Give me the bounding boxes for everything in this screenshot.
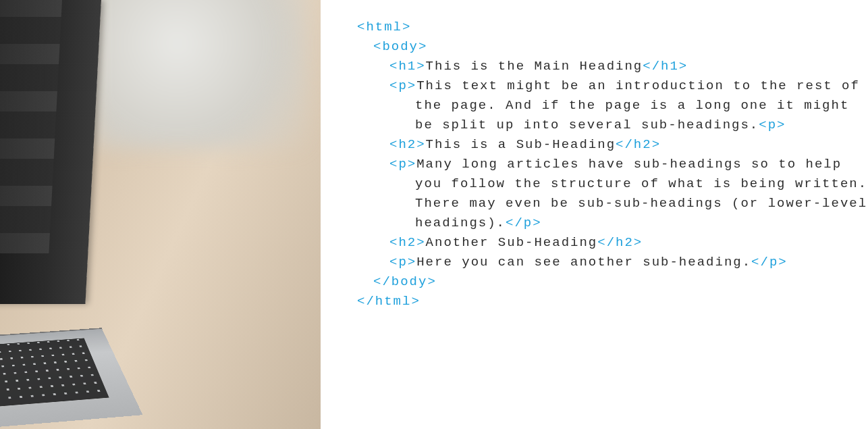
code-line: <h1>This is the Main Heading</h1> (357, 57, 867, 76)
code-line: headings).</p> (357, 213, 867, 233)
code-tag: </p> (751, 255, 788, 270)
decorative-laptop-image (0, 0, 321, 429)
code-text: headings). (415, 216, 506, 230)
laptop-screen (0, 0, 101, 304)
code-tag: <p> (759, 118, 786, 132)
code-tag: </h2> (616, 137, 661, 152)
code-line: </html> (357, 292, 867, 311)
code-snippet: <html><body><h1>This is the Main Heading… (321, 0, 868, 429)
code-line: </body> (357, 272, 867, 292)
laptop-keyboard (0, 328, 143, 429)
code-tag: </html> (357, 294, 421, 309)
code-text: be split up into several sub-headings. (415, 118, 759, 132)
code-text: you follow the structure of what is bein… (415, 176, 867, 191)
code-tag: <h2> (389, 235, 426, 250)
code-text: This text might be an introduction to th… (416, 78, 860, 93)
code-line: <body> (357, 37, 867, 57)
code-tag: </h2> (597, 235, 643, 250)
code-text: This is a Sub-Heading (426, 137, 616, 152)
code-text: Many long articles have sub-headings so … (416, 157, 842, 172)
code-tag: </body> (373, 274, 437, 289)
code-line: <p>Many long articles have sub-headings … (357, 155, 867, 174)
code-text: This is the Main Heading (426, 59, 643, 74)
code-line: <html> (357, 18, 867, 37)
code-line: <h2>Another Sub-Heading</h2> (357, 233, 867, 253)
code-tag: <body> (373, 39, 427, 54)
code-line: There may even be sub-sub-headings (or l… (357, 194, 867, 213)
code-line: be split up into several sub-headings.<p… (357, 116, 867, 135)
code-tag: <h1> (389, 59, 426, 74)
code-tag: <p> (389, 78, 416, 93)
code-tag: <html> (357, 20, 411, 34)
code-tag: <h2> (389, 137, 426, 152)
code-line: <h2>This is a Sub-Heading</h2> (357, 135, 867, 155)
code-line: <p>This text might be an introduction to… (357, 76, 867, 96)
code-line: you follow the structure of what is bein… (357, 174, 867, 194)
code-tag: <p> (389, 255, 416, 270)
code-text: Another Sub-Heading (426, 235, 598, 250)
background-blur (91, 0, 307, 149)
code-text: There may even be sub-sub-headings (or l… (415, 196, 867, 211)
code-line: <p>Here you can see another sub-heading.… (357, 253, 867, 272)
code-text: Here you can see another sub-heading. (416, 255, 751, 270)
code-text: the page. And if the page is a long one … (415, 98, 849, 113)
code-tag: <p> (389, 157, 416, 172)
code-tag: </h1> (643, 59, 688, 74)
code-line: the page. And if the page is a long one … (357, 96, 867, 116)
code-tag: </p> (506, 216, 542, 230)
